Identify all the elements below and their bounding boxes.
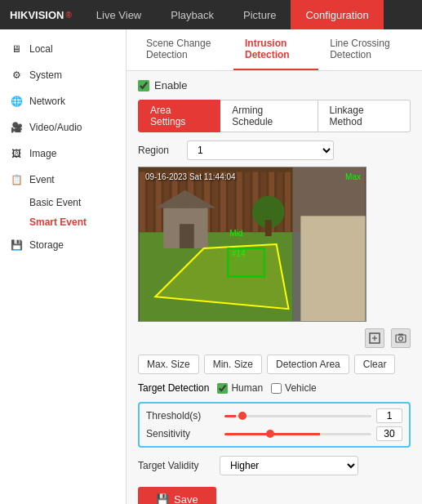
validity-label: Target Validity xyxy=(138,460,211,471)
storage-icon: 💾 xyxy=(10,239,23,252)
draw-icon xyxy=(369,332,380,344)
human-label: Human xyxy=(231,382,263,394)
sidebar-item-storage[interactable]: 💾 Storage xyxy=(0,232,126,258)
enable-row: Enable xyxy=(138,79,411,91)
video-preview: 09-16-2023 Sat 11:44:04 Max Mid #14 xyxy=(138,167,366,322)
image-icon: 🖼 xyxy=(10,147,23,160)
tab-line-crossing[interactable]: Line Crossing Detection xyxy=(318,29,414,70)
svg-rect-28 xyxy=(265,220,272,236)
nav-items: Live View Playback Picture Configuration xyxy=(82,0,422,29)
sidebar-label-local: Local xyxy=(29,43,53,55)
tab-intrusion-detection[interactable]: Intrusion Detection xyxy=(233,29,318,70)
main-content: Scene Change Detection Intrusion Detecti… xyxy=(127,29,422,504)
target-detection-label: Target Detection xyxy=(138,382,209,394)
svg-rect-26 xyxy=(180,224,194,248)
video-max-label: Max xyxy=(345,172,361,181)
region-select[interactable]: 1 2 3 4 xyxy=(187,140,334,160)
vehicle-label: Vehicle xyxy=(285,382,317,394)
sidebar-label-image: Image xyxy=(29,148,56,159)
sidebar-label-storage: Storage xyxy=(29,239,64,251)
brand-name: HIKVISION xyxy=(10,9,64,21)
svg-rect-36 xyxy=(396,335,406,342)
svg-point-37 xyxy=(399,337,403,341)
svg-rect-22 xyxy=(300,216,365,321)
save-label: Save xyxy=(174,493,198,504)
sensitivity-row: Sensitivity xyxy=(146,426,402,441)
top-nav: HIKVISION® Live View Playback Picture Co… xyxy=(0,0,422,29)
video-num-label: #14 xyxy=(232,249,246,258)
human-checkbox[interactable] xyxy=(217,383,228,394)
video-mid-label: Mid xyxy=(229,229,242,238)
brand-logo: HIKVISION® xyxy=(0,9,82,21)
save-icon: 💾 xyxy=(156,493,169,504)
system-icon: ⚙ xyxy=(10,69,23,82)
nav-live-view[interactable]: Live View xyxy=(82,0,156,29)
nav-picture[interactable]: Picture xyxy=(229,0,291,29)
sub-tabs: Scene Change Detection Intrusion Detecti… xyxy=(127,29,422,71)
max-size-button[interactable]: Max. Size xyxy=(138,355,199,374)
sidebar-label-network: Network xyxy=(29,96,65,107)
region-row: Region 1 2 3 4 xyxy=(138,140,411,160)
video-controls xyxy=(138,328,411,348)
tab-arming-schedule[interactable]: Arming Schedule xyxy=(220,100,318,132)
sidebar-label-videoaudio: Video/Audio xyxy=(29,122,82,133)
svg-rect-15 xyxy=(244,172,251,232)
validity-select[interactable]: Lower Low Medium High Higher xyxy=(220,456,358,475)
sidebar-label-basic-event: Basic Event xyxy=(29,197,81,208)
event-icon: 📋 xyxy=(10,173,23,186)
svg-rect-20 xyxy=(285,172,291,232)
main-layout: 🖥 Local ⚙ System 🌐 Network 🎥 Video/Audio… xyxy=(0,29,422,504)
threshold-label: Threshold(s) xyxy=(146,410,220,421)
tab-linkage-method[interactable]: Linkage Method xyxy=(318,100,411,132)
svg-rect-14 xyxy=(236,172,242,232)
threshold-slider[interactable] xyxy=(224,415,371,417)
section-tabs: Area Settings Arming Schedule Linkage Me… xyxy=(138,100,411,132)
vehicle-checkbox[interactable] xyxy=(271,383,282,394)
region-label: Region xyxy=(138,145,179,156)
sidebar-item-local[interactable]: 🖥 Local xyxy=(0,36,126,62)
validity-row: Target Validity Lower Low Medium High Hi… xyxy=(138,456,411,475)
enable-checkbox[interactable] xyxy=(138,80,149,91)
enable-label: Enable xyxy=(154,79,187,91)
nav-configuration[interactable]: Configuration xyxy=(291,0,383,29)
svg-rect-38 xyxy=(398,334,403,336)
sensitivity-slider[interactable] xyxy=(224,433,371,435)
sidebar-item-image[interactable]: 🖼 Image xyxy=(0,140,126,167)
threshold-row: Threshold(s) xyxy=(146,408,402,423)
video-bg xyxy=(139,167,366,321)
sidebar-item-videoaudio[interactable]: 🎥 Video/Audio xyxy=(0,114,126,140)
sidebar-item-smart-event[interactable]: Smart Event xyxy=(0,212,126,232)
sidebar-label-smart-event: Smart Event xyxy=(29,216,87,228)
sidebar-label-event: Event xyxy=(29,174,55,185)
brand-trademark: ® xyxy=(65,11,71,20)
sidebar-item-basic-event[interactable]: Basic Event xyxy=(0,193,126,212)
sidebar-item-event[interactable]: 📋 Event xyxy=(0,167,126,193)
sidebar: 🖥 Local ⚙ System 🌐 Network 🎥 Video/Audio… xyxy=(0,29,127,504)
vehicle-checkbox-group: Vehicle xyxy=(271,382,317,394)
video-icon: 🎥 xyxy=(10,121,23,134)
nav-playback[interactable]: Playback xyxy=(156,0,229,29)
sidebar-label-system: System xyxy=(29,69,62,81)
save-button[interactable]: 💾 Save xyxy=(138,487,216,504)
video-timestamp: 09-16-2023 Sat 11:44:04 xyxy=(145,172,236,181)
human-checkbox-group: Human xyxy=(217,382,263,394)
sensitivity-label: Sensitivity xyxy=(146,428,220,439)
target-detection-row: Target Detection Human Vehicle xyxy=(138,382,411,394)
min-size-button[interactable]: Min. Size xyxy=(204,355,262,374)
detection-area-button[interactable]: Detection Area xyxy=(267,355,349,374)
sidebar-item-network[interactable]: 🌐 Network xyxy=(0,88,126,114)
snapshot-icon xyxy=(395,332,406,344)
clear-button[interactable]: Clear xyxy=(354,355,396,374)
video-ctrl-snapshot[interactable] xyxy=(391,328,411,348)
network-icon: 🌐 xyxy=(10,95,23,108)
sidebar-item-system[interactable]: ⚙ System xyxy=(0,62,126,88)
sensitivity-value[interactable] xyxy=(376,426,402,441)
param-group: Threshold(s) Sensitivity xyxy=(138,402,411,448)
video-ctrl-draw[interactable] xyxy=(365,328,384,348)
tab-scene-change[interactable]: Scene Change Detection xyxy=(135,29,233,70)
action-buttons: Max. Size Min. Size Detection Area Clear xyxy=(138,355,411,374)
tab-area-settings[interactable]: Area Settings xyxy=(138,100,220,132)
local-icon: 🖥 xyxy=(10,42,23,56)
threshold-value[interactable] xyxy=(376,408,402,423)
content-area: Enable Area Settings Arming Schedule Lin… xyxy=(127,71,422,504)
